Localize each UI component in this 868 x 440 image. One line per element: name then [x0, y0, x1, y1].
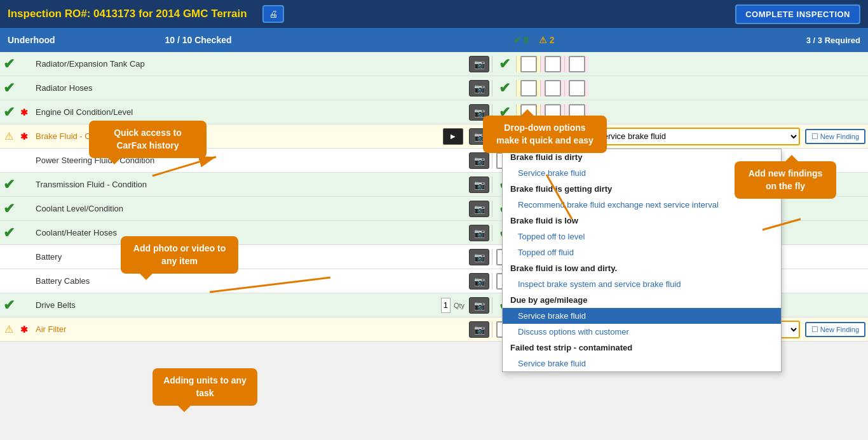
row-status: ✔	[0, 225, 18, 241]
check-col-4[interactable]	[564, 80, 588, 97]
video-placeholder: 1 Qty	[441, 298, 466, 313]
row-status: ✔	[0, 56, 18, 72]
dd-item[interactable]: Inspect brake system and service brake f…	[503, 276, 781, 292]
print-button[interactable]: 🖨	[262, 5, 284, 23]
dropdown-tooltip: Drop-down options make it quick and easy	[483, 116, 607, 153]
dd-item[interactable]: Service brake fluid	[503, 356, 781, 371]
row-asterisk: ✱	[18, 324, 31, 335]
row-status: ✔	[0, 177, 18, 193]
check-col-1[interactable]: ✔	[492, 56, 516, 72]
ok-count: ✔ 8	[513, 35, 529, 45]
row-name: Radiator Hoses	[31, 81, 441, 95]
section-required: 3 / 3 Required	[806, 36, 860, 45]
dd-item[interactable]: Failed test strip - contaminated	[503, 340, 781, 356]
check-col-2[interactable]	[516, 56, 540, 72]
page-title: Inspection RO#: 0413173 for 2014 GMC Ter…	[8, 8, 247, 20]
camera-button[interactable]: 📷	[466, 80, 492, 97]
finding-select-brake[interactable]: Service brake fluid	[592, 128, 800, 145]
photo-tooltip: Add photo or video to any item	[121, 236, 238, 274]
row-name: Radiator/Expansion Tank Cap	[31, 57, 441, 71]
dd-item[interactable]: Brake fluid is low and dirty.	[503, 260, 781, 276]
main-content: ✔ Radiator/Expansion Tank Cap 📷 ✔ ✔ Radi…	[0, 52, 868, 342]
table-row: ✔ Radiator/Expansion Tank Cap 📷 ✔	[0, 52, 868, 76]
warn-count: ⚠ 2	[539, 35, 555, 45]
new-finding-tooltip: Add new findings on the fly	[735, 161, 836, 199]
dd-item[interactable]: Due by age/mileage	[503, 292, 781, 308]
row-status: ✔	[0, 201, 18, 217]
row-name: Coolant Level/Condition	[31, 201, 441, 216]
dd-item[interactable]: Discuss options with customer	[503, 324, 781, 340]
check-col-1[interactable]: ✔	[492, 80, 516, 97]
camera-button[interactable]: 📷	[466, 56, 492, 72]
camera-button[interactable]: 📷	[466, 225, 492, 241]
row-asterisk: ✱	[18, 131, 31, 142]
dd-item[interactable]: Brake fluid is low	[503, 213, 781, 229]
check-col-4[interactable]	[564, 56, 588, 72]
camera-button[interactable]: 📷	[466, 201, 492, 217]
row-status: ✔	[0, 297, 18, 314]
section-header: Underhood 10 / 10 Checked ✔ 8 ⚠ 2 3 / 3 …	[0, 28, 868, 52]
dd-item-selected[interactable]: Service brake fluid	[503, 308, 781, 324]
camera-button[interactable]: 📷	[466, 177, 492, 193]
section-title: Underhood	[8, 35, 135, 45]
new-finding-button[interactable]: ☐ New Finding	[805, 129, 865, 144]
camera-button[interactable]: 📷	[466, 273, 492, 290]
complete-inspection-button[interactable]: COMPLETE INSPECTION	[735, 4, 860, 24]
video-button[interactable]: ▶	[441, 128, 466, 145]
row-name: Battery Cables	[31, 274, 441, 288]
dd-item[interactable]: Topped off fluid	[503, 244, 781, 260]
quantity-input[interactable]: 1	[441, 298, 451, 313]
section-checked-count: 10 / 10 Checked	[135, 35, 262, 45]
camera-button[interactable]: 📷	[466, 321, 492, 338]
finding-area: Service brake fluid ☐ New Finding	[588, 128, 868, 145]
row-status: ✔	[0, 104, 18, 121]
units-tooltip: Adding units to any task	[153, 368, 257, 406]
app-container: Inspection RO#: 0413173 for 2014 GMC Ter…	[0, 0, 868, 342]
camera-button[interactable]: 📷	[466, 297, 492, 314]
row-status: ✔	[0, 80, 18, 97]
section-status: ✔ 8 ⚠ 2	[262, 35, 806, 45]
dd-item[interactable]: Recommend brake fluid exchange next serv…	[503, 197, 781, 213]
camera-button[interactable]: 📷	[466, 249, 492, 265]
camera-button[interactable]: 📷	[466, 152, 492, 169]
new-finding-button-air[interactable]: ☐ New Finding	[805, 322, 865, 337]
carfax-tooltip: Quick access to CarFax history	[89, 121, 207, 158]
check-col-2[interactable]	[516, 80, 540, 97]
row-name: Drive Belts	[31, 298, 441, 312]
table-row: ✔ Radiator Hoses 📷 ✔	[0, 76, 868, 100]
row-asterisk: ✱	[18, 107, 31, 117]
row-name: Transmission Fluid - Condition	[31, 177, 441, 192]
row-name: Air Filter	[31, 322, 441, 337]
row-status: ⚠	[0, 323, 18, 335]
row-status: ⚠	[0, 130, 18, 142]
check-col-3[interactable]	[540, 56, 564, 72]
check-col-3[interactable]	[540, 80, 564, 97]
row-name: Engine Oil Condition/Level	[31, 105, 441, 119]
header: Inspection RO#: 0413173 for 2014 GMC Ter…	[0, 0, 868, 28]
dd-item[interactable]: Topped off to level	[503, 229, 781, 244]
qty-label: Qty	[454, 302, 465, 309]
